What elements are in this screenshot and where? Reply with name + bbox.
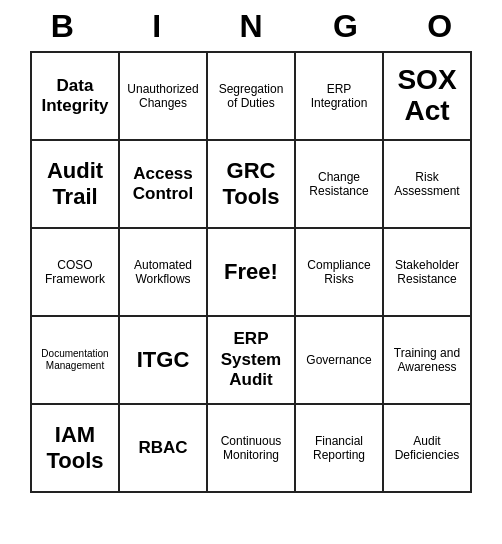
- cell-r2-c3[interactable]: Compliance Risks: [296, 229, 384, 317]
- bingo-letter-n: N: [207, 8, 295, 45]
- cell-text-r1-c3: Change Resistance: [300, 170, 378, 199]
- cell-text-r3-c4: Training and Awareness: [388, 346, 466, 375]
- cell-text-r3-c0: Documentation Management: [36, 348, 114, 372]
- cell-text-r3-c2: ERP System Audit: [212, 329, 290, 390]
- cell-r0-c4[interactable]: SOX Act: [384, 53, 472, 141]
- cell-text-r1-c2: GRC Tools: [212, 158, 290, 211]
- cell-text-r0-c2: Segregation of Duties: [212, 82, 290, 111]
- cell-text-r2-c2: Free!: [224, 259, 278, 285]
- cell-text-r0-c1: Unauthorized Changes: [124, 82, 202, 111]
- cell-r0-c2[interactable]: Segregation of Duties: [208, 53, 296, 141]
- cell-r2-c4[interactable]: Stakeholder Resistance: [384, 229, 472, 317]
- cell-r2-c0[interactable]: COSO Framework: [32, 229, 120, 317]
- cell-text-r4-c0: IAM Tools: [36, 422, 114, 475]
- cell-text-r4-c3: Financial Reporting: [300, 434, 378, 463]
- cell-r4-c2[interactable]: Continuous Monitoring: [208, 405, 296, 493]
- cell-r3-c2[interactable]: ERP System Audit: [208, 317, 296, 405]
- cell-text-r2-c4: Stakeholder Resistance: [388, 258, 466, 287]
- cell-text-r2-c0: COSO Framework: [36, 258, 114, 287]
- cell-r1-c4[interactable]: Risk Assessment: [384, 141, 472, 229]
- cell-r0-c3[interactable]: ERP Integration: [296, 53, 384, 141]
- cell-text-r2-c3: Compliance Risks: [300, 258, 378, 287]
- cell-r3-c3[interactable]: Governance: [296, 317, 384, 405]
- cell-text-r4-c1: RBAC: [138, 438, 187, 458]
- bingo-grid: Data IntegrityUnauthorized ChangesSegreg…: [30, 51, 472, 493]
- cell-text-r3-c1: ITGC: [137, 347, 190, 373]
- cell-r1-c2[interactable]: GRC Tools: [208, 141, 296, 229]
- cell-text-r1-c0: Audit Trail: [36, 158, 114, 211]
- cell-text-r1-c1: Access Control: [124, 164, 202, 205]
- bingo-header: BINGO: [15, 0, 487, 49]
- cell-r3-c4[interactable]: Training and Awareness: [384, 317, 472, 405]
- cell-text-r0-c4: SOX Act: [388, 65, 466, 127]
- cell-text-r3-c3: Governance: [306, 353, 371, 367]
- cell-r1-c0[interactable]: Audit Trail: [32, 141, 120, 229]
- cell-text-r4-c2: Continuous Monitoring: [212, 434, 290, 463]
- cell-r1-c3[interactable]: Change Resistance: [296, 141, 384, 229]
- cell-text-r4-c4: Audit Deficiencies: [388, 434, 466, 463]
- cell-r2-c2[interactable]: Free!: [208, 229, 296, 317]
- cell-text-r2-c1: Automated Workflows: [124, 258, 202, 287]
- bingo-letter-o: O: [396, 8, 484, 45]
- cell-r4-c0[interactable]: IAM Tools: [32, 405, 120, 493]
- cell-r2-c1[interactable]: Automated Workflows: [120, 229, 208, 317]
- cell-r4-c4[interactable]: Audit Deficiencies: [384, 405, 472, 493]
- bingo-letter-i: I: [113, 8, 201, 45]
- cell-r0-c1[interactable]: Unauthorized Changes: [120, 53, 208, 141]
- cell-r3-c0[interactable]: Documentation Management: [32, 317, 120, 405]
- cell-text-r0-c3: ERP Integration: [300, 82, 378, 111]
- cell-text-r1-c4: Risk Assessment: [388, 170, 466, 199]
- cell-r1-c1[interactable]: Access Control: [120, 141, 208, 229]
- cell-r4-c1[interactable]: RBAC: [120, 405, 208, 493]
- bingo-letter-g: G: [301, 8, 389, 45]
- cell-r4-c3[interactable]: Financial Reporting: [296, 405, 384, 493]
- cell-text-r0-c0: Data Integrity: [36, 76, 114, 117]
- cell-r3-c1[interactable]: ITGC: [120, 317, 208, 405]
- bingo-letter-b: B: [18, 8, 106, 45]
- cell-r0-c0[interactable]: Data Integrity: [32, 53, 120, 141]
